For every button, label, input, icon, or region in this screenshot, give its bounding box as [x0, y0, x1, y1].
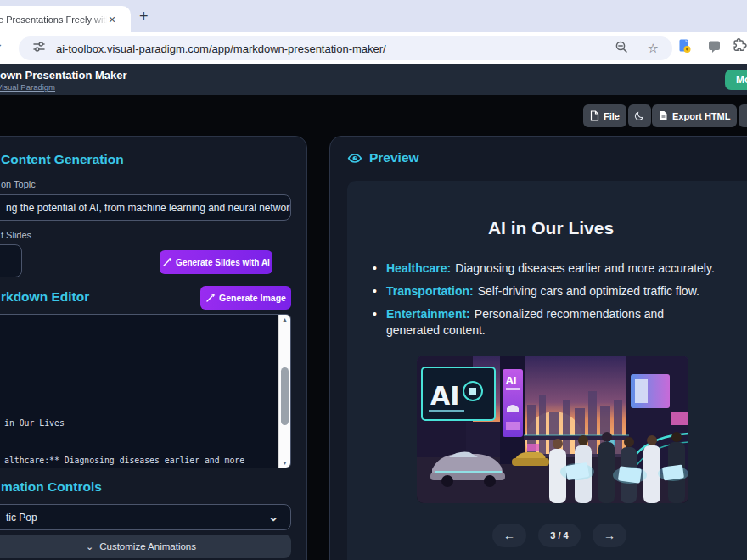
animation-style-value: tic Pop	[6, 512, 37, 524]
editor-scrollbar[interactable]: ▲ ▼	[278, 315, 290, 468]
chevron-down-icon: ⌄	[268, 510, 278, 524]
editor-heading: rkdown Editor	[1, 289, 89, 305]
slide-bullet: • Healthcare:Diagnosing diseases earlier…	[373, 260, 739, 277]
url-text: ai-toolbox.visual-paradigm.com/app/markd…	[56, 42, 386, 55]
zoom-indicator-icon[interactable]	[615, 40, 629, 58]
close-icon[interactable]: ×	[109, 13, 115, 26]
animation-style-select[interactable]: tic Pop ⌄	[0, 504, 291, 530]
magic-wand-icon	[205, 293, 216, 303]
browser-tab[interactable]: e Presentations Freely with ×	[0, 6, 131, 32]
bullet-label: Transportation:	[386, 284, 474, 298]
animation-heading: mation Controls	[1, 479, 102, 495]
new-tab-button[interactable]: +	[139, 8, 149, 25]
slide-title: AI in Our Lives	[347, 218, 747, 238]
chevron-down-icon: ⌄	[86, 541, 93, 552]
bullet-text: Personalized recommendations and	[475, 307, 664, 321]
editor-line: in Our Lives	[4, 417, 289, 430]
slide-count-input[interactable]	[0, 244, 22, 277]
extension-icon-docs[interactable]	[677, 38, 692, 57]
topic-input-value: ng the potential of AI, from machine lea…	[6, 202, 291, 214]
export-html-button[interactable]: Export HTML	[652, 104, 737, 127]
slide-navigation: ← 3 / 4 →	[356, 524, 747, 547]
browser-window: e Presentations Freely with × + – ⟳ ai-t…	[0, 0, 747, 560]
markdown-editor-textarea[interactable]: in Our Lives althcare:** Diagnosing dise…	[0, 314, 291, 468]
svg-text:AI: AI	[506, 375, 517, 386]
topic-label: on Topic	[1, 179, 36, 189]
file-icon	[590, 110, 599, 121]
bullet-label: Entertainment:	[386, 307, 470, 321]
extensions-puzzle-icon[interactable]	[732, 37, 747, 57]
bullet-text-line2: generated content.	[386, 322, 739, 339]
export-icon	[659, 110, 668, 121]
bullet-dot: •	[373, 306, 386, 339]
magic-wand-icon	[162, 257, 172, 267]
bullet-dot: •	[373, 283, 386, 300]
scroll-up-icon[interactable]: ▲	[279, 316, 290, 322]
slide-bullet: • Entertainment:Personalized recommendat…	[373, 306, 739, 339]
browser-tab-bar: e Presentations Freely with × + –	[0, 0, 747, 32]
svg-text:AI: AI	[430, 381, 459, 411]
editor-line	[4, 381, 289, 394]
app-title: own Presentation Maker	[0, 69, 127, 81]
topic-input[interactable]: ng the potential of AI, from machine lea…	[0, 194, 291, 221]
bullet-label: Healthcare:	[386, 261, 451, 275]
visual-paradigm-link[interactable]: Visual Paradigm	[0, 82, 55, 92]
bullet-text: Self-driving cars and optimized traffic …	[478, 284, 699, 298]
bullet-dot: •	[373, 260, 386, 277]
bullet-text: Diagnosing diseases earlier and more acc…	[455, 261, 715, 275]
slide-counter: 3 / 4	[538, 524, 581, 547]
reload-icon[interactable]: ⟳	[0, 39, 2, 54]
slide-image: AI AI	[417, 356, 688, 503]
moon-icon	[634, 110, 645, 121]
slide-preview: AI in Our Lives • Healthcare:Diagnosing …	[347, 181, 747, 560]
scrollbar-thumb[interactable]	[281, 367, 289, 425]
address-bar[interactable]: ai-toolbox.visual-paradigm.com/app/markd…	[19, 36, 672, 60]
next-slide-button[interactable]: →	[593, 524, 626, 547]
slide-bullet: • Transportation:Self-driving cars and o…	[373, 283, 739, 300]
tab-title: e Presentations Freely with	[0, 14, 107, 25]
editor-panel: Content Generation on Topic ng the poten…	[0, 136, 307, 560]
slide-bullet-list: • Healthcare:Diagnosing diseases earlier…	[373, 260, 739, 345]
preview-heading: Preview	[347, 150, 419, 165]
generation-heading: Content Generation	[1, 152, 124, 167]
editor-line: althcare:** Diagnosing diseases earlier …	[4, 455, 289, 468]
toolbar-button-clipped[interactable]	[739, 104, 747, 127]
bookmark-star-icon[interactable]: ☆	[648, 41, 659, 56]
prev-slide-button[interactable]: ←	[492, 524, 526, 547]
file-button[interactable]: File	[583, 104, 626, 127]
scroll-down-icon[interactable]: ▼	[279, 460, 290, 466]
generate-image-button[interactable]: Generate Image	[200, 286, 291, 310]
editor-line	[4, 344, 289, 356]
minimize-button[interactable]: –	[731, 5, 738, 20]
preview-panel: Preview AI in Our Lives • Healthcare:Dia…	[329, 136, 747, 560]
slide-image-graphic: AI AI	[417, 356, 688, 503]
extension-icon-gray[interactable]	[707, 39, 722, 57]
generate-slides-button[interactable]: Generate Slides with AI	[160, 250, 272, 274]
more-button[interactable]: More	[725, 70, 747, 90]
site-settings-icon[interactable]	[32, 40, 46, 57]
theme-toggle-button[interactable]	[628, 104, 651, 127]
editor-text: in Our Lives althcare:** Diagnosing dise…	[4, 319, 289, 468]
slides-label: f Slides	[1, 230, 31, 240]
customize-animations-button[interactable]: ⌄ Customize Animations	[0, 535, 291, 558]
eye-icon	[347, 151, 362, 165]
